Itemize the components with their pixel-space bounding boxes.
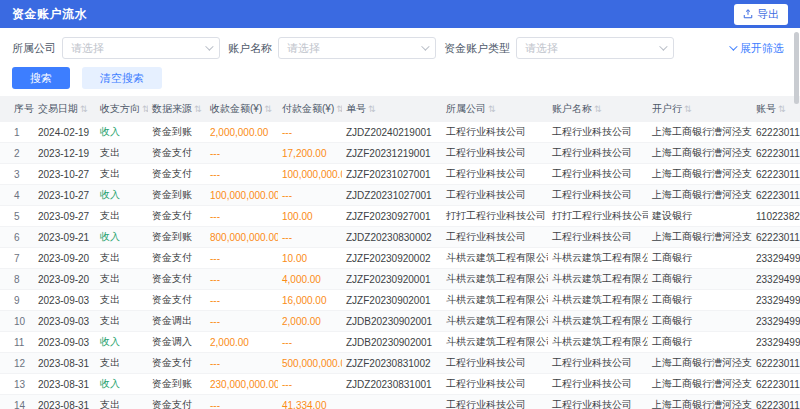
cell-payment-amount: 41,334.00 xyxy=(278,395,342,409)
cell-company: 斗栱云建筑工程有限公司 xyxy=(442,332,548,353)
column-header-label: 开户行 xyxy=(652,103,682,114)
table-row: 122023-08-31支出资金支付---500,000,000.00ZJZF2… xyxy=(0,353,800,374)
sort-icon[interactable]: ⇅ xyxy=(488,104,496,114)
sort-icon[interactable]: ⇅ xyxy=(80,104,88,114)
sort-icon[interactable]: ⇅ xyxy=(368,104,376,114)
cell-source: 资金支付 xyxy=(148,290,206,311)
sort-icon[interactable]: ⇅ xyxy=(594,104,602,114)
cell-direction: 支出 xyxy=(96,395,148,409)
cell-receipt-amount: 2,000.00 xyxy=(206,332,278,353)
transactions-table: 序号交易日期⇅收支方向⇅数据来源⇅收款金额(¥)⇅付款金额(¥)⇅单号⇅所属公司… xyxy=(0,96,800,409)
table-row: 22023-12-19支出资金支付---17,200.00ZJZF2023121… xyxy=(0,143,800,164)
cell-bank: 上海工商银行漕河泾支行 xyxy=(648,227,752,248)
sort-icon[interactable]: ⇅ xyxy=(336,104,342,114)
cell-index: 11 xyxy=(0,332,34,353)
cell-date: 2023-09-27 xyxy=(34,206,96,227)
search-actions: 搜索 清空搜索 xyxy=(0,67,800,89)
expand-filters-link[interactable]: 展开筛选 xyxy=(729,41,788,56)
cell-source: 资金支付 xyxy=(148,164,206,185)
sort-icon[interactable]: ⇅ xyxy=(264,104,272,114)
cell-account-no: 23329499 xyxy=(752,248,800,269)
page-header: 资金账户流水 导出 xyxy=(0,0,800,28)
column-header[interactable]: 收支方向⇅ xyxy=(96,96,148,122)
export-button[interactable]: 导出 xyxy=(734,4,788,25)
column-header[interactable]: 收款金额(¥)⇅ xyxy=(206,96,278,122)
cell-direction: 支出 xyxy=(96,290,148,311)
clear-search-button[interactable]: 清空搜索 xyxy=(82,67,162,89)
cell-account-name: 斗栱云建筑工程有限公司 xyxy=(548,269,648,290)
cell-account-name: 工程行业科技公司 xyxy=(548,164,648,185)
cell-payment-amount: 100.00 xyxy=(278,206,342,227)
cell-direction: 收入 xyxy=(96,227,148,248)
cell-receipt-amount: 100,000,000.00 xyxy=(206,185,278,206)
column-header[interactable]: 数据来源⇅ xyxy=(148,96,206,122)
cell-bank: 上海工商银行漕河泾支行 xyxy=(648,122,752,143)
cell-account-name: 工程行业科技公司 xyxy=(548,395,648,409)
cell-receipt-amount: --- xyxy=(206,311,278,332)
cell-payment-amount: 17,200.00 xyxy=(278,143,342,164)
company-select[interactable]: 请选择 xyxy=(62,37,220,59)
cell-receipt-amount: --- xyxy=(206,395,278,409)
column-header[interactable]: 账号⇅ xyxy=(752,96,800,122)
column-header[interactable]: 开户行⇅ xyxy=(648,96,752,122)
table-row: 112023-09-03收入资金调入2,000.00---ZJDB2023090… xyxy=(0,332,800,353)
account-name-select[interactable]: 请选择 xyxy=(278,37,436,59)
cell-direction: 支出 xyxy=(96,206,148,227)
cell-direction: 收入 xyxy=(96,374,148,395)
sort-icon[interactable]: ⇅ xyxy=(142,104,148,114)
column-header[interactable]: 账户名称⇅ xyxy=(548,96,648,122)
cell-index: 13 xyxy=(0,374,34,395)
column-header-label: 账号 xyxy=(756,103,776,114)
column-header[interactable]: 单号⇅ xyxy=(342,96,442,122)
account-type-select[interactable]: 请选择 xyxy=(516,37,674,59)
cell-source: 资金支付 xyxy=(148,143,206,164)
cell-order-no: ZJZF20230902001 xyxy=(342,290,442,311)
sort-icon[interactable]: ⇅ xyxy=(194,104,202,114)
cell-order-no xyxy=(342,395,442,409)
cell-index: 10 xyxy=(0,311,34,332)
cell-order-no: ZJDZ20230831001 xyxy=(342,374,442,395)
cell-bank: 上海工商银行漕河泾支行 xyxy=(648,143,752,164)
account-type-select-placeholder: 请选择 xyxy=(525,41,558,56)
cell-bank: 上海工商银行漕河泾支行 xyxy=(648,164,752,185)
cell-index: 14 xyxy=(0,395,34,409)
cell-account-no: 11022382 xyxy=(752,206,800,227)
cell-account-name: 斗栱云建筑工程有限公司 xyxy=(548,248,648,269)
cell-account-name: 打打工程行业科技公司 xyxy=(548,206,648,227)
company-select-placeholder: 请选择 xyxy=(71,41,104,56)
column-header-label: 交易日期 xyxy=(38,103,78,114)
cell-company: 工程行业科技公司 xyxy=(442,143,548,164)
filter-group-company: 所属公司 请选择 xyxy=(12,37,220,59)
cell-index: 1 xyxy=(0,122,34,143)
vertical-scrollbar[interactable] xyxy=(794,32,799,104)
cell-company: 工程行业科技公司 xyxy=(442,122,548,143)
cell-payment-amount: --- xyxy=(278,374,342,395)
sort-icon[interactable]: ⇅ xyxy=(684,104,692,114)
cell-bank: 工商银行 xyxy=(648,248,752,269)
cell-order-no: ZJZF20231219001 xyxy=(342,143,442,164)
table-row: 52023-09-27支出资金支付---100.00ZJZF2023092700… xyxy=(0,206,800,227)
cell-order-no: ZJDZ20240219001 xyxy=(342,122,442,143)
chevron-down-icon xyxy=(729,42,737,50)
cell-bank: 工商银行 xyxy=(648,269,752,290)
search-button[interactable]: 搜索 xyxy=(12,67,70,89)
table-row: 132023-08-31收入资金到账230,000,000.00---ZJDZ2… xyxy=(0,374,800,395)
cell-receipt-amount: --- xyxy=(206,248,278,269)
cell-receipt-amount: --- xyxy=(206,353,278,374)
cell-payment-amount: 10.00 xyxy=(278,248,342,269)
cell-source: 资金支付 xyxy=(148,206,206,227)
cell-date: 2023-09-20 xyxy=(34,269,96,290)
cell-date: 2024-02-19 xyxy=(34,122,96,143)
cell-order-no: ZJZF20230920002 xyxy=(342,248,442,269)
sort-icon[interactable]: ⇅ xyxy=(778,104,786,114)
column-header[interactable]: 付款金额(¥)⇅ xyxy=(278,96,342,122)
cell-account-no: 62223011 xyxy=(752,374,800,395)
cell-account-no: 62223011 xyxy=(752,353,800,374)
cell-bank: 工商银行 xyxy=(648,311,752,332)
cell-order-no: ZJDZ20230830002 xyxy=(342,227,442,248)
column-header[interactable]: 交易日期⇅ xyxy=(34,96,96,122)
company-filter-label: 所属公司 xyxy=(12,41,56,56)
table-row: 62023-09-21收入资金到账800,000,000.00---ZJDZ20… xyxy=(0,227,800,248)
export-icon xyxy=(743,9,753,19)
column-header[interactable]: 所属公司⇅ xyxy=(442,96,548,122)
